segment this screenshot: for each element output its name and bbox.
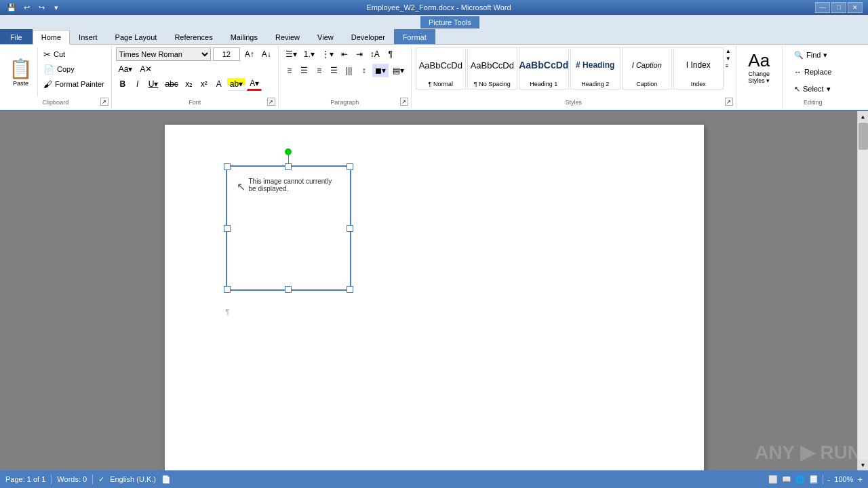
paragraph-dialog-button[interactable]: ↗ bbox=[400, 98, 408, 106]
image-container[interactable]: ↖ This image cannot currently be display… bbox=[226, 165, 351, 291]
style-scroll-more[interactable]: ≡ bbox=[725, 62, 732, 70]
font-dialog-button[interactable]: ↗ bbox=[267, 98, 275, 106]
style-heading2[interactable]: # Heading Heading 2 bbox=[570, 47, 620, 89]
style-no-spacing[interactable]: AaBbCcDd ¶ No Spacing bbox=[467, 47, 517, 89]
numbering-button[interactable]: 1.▾ bbox=[301, 47, 317, 61]
tab-page-layout[interactable]: Page Layout bbox=[106, 29, 166, 44]
grow-font-button[interactable]: A↑ bbox=[242, 47, 257, 61]
tab-format[interactable]: Format bbox=[394, 29, 435, 44]
scroll-down-button[interactable]: ▼ bbox=[858, 460, 869, 470]
style-normal[interactable]: AaBbCcDd ¶ Normal bbox=[416, 47, 466, 89]
subscript-button[interactable]: x₂ bbox=[182, 77, 196, 91]
word-count: Words: 0 bbox=[57, 475, 87, 483]
select-dropdown-icon: ▾ bbox=[827, 85, 831, 94]
style-scroll-down[interactable]: ▼ bbox=[725, 55, 732, 62]
font-size-input[interactable] bbox=[213, 47, 240, 61]
redo-icon[interactable]: ↪ bbox=[35, 2, 47, 13]
view-btn-print[interactable]: ⬜ bbox=[768, 475, 778, 484]
maximize-button[interactable]: □ bbox=[831, 2, 846, 13]
save-icon[interactable]: 💾 bbox=[5, 2, 18, 13]
undo-icon[interactable]: ↩ bbox=[20, 2, 33, 13]
superscript-button[interactable]: x² bbox=[197, 77, 211, 91]
handle-bottom-right[interactable] bbox=[347, 286, 353, 293]
shrink-font-button[interactable]: A↓ bbox=[259, 47, 274, 61]
quick-access-dropdown[interactable]: ▾ bbox=[50, 2, 62, 13]
handle-top-left[interactable] bbox=[224, 163, 231, 170]
scroll-up-button[interactable]: ▲ bbox=[858, 111, 869, 122]
style-caption[interactable]: I Caption Caption bbox=[622, 47, 672, 89]
tab-view[interactable]: View bbox=[309, 29, 342, 44]
change-case-button[interactable]: Aa▾ bbox=[116, 62, 136, 76]
multilevel-list-button[interactable]: ⋮▾ bbox=[319, 47, 336, 61]
clear-formatting-button[interactable]: A✕ bbox=[137, 62, 155, 76]
zoom-out-button[interactable]: - bbox=[827, 474, 830, 485]
decrease-indent-button[interactable]: ⇤ bbox=[338, 47, 351, 61]
format-painter-label: Format Painter bbox=[55, 80, 104, 88]
underline-button[interactable]: U▾ bbox=[146, 77, 161, 91]
paragraph-group: ☰▾ 1.▾ ⋮▾ ⇤ ⇥ ↕A ¶ ≡ ☰ ≡ ☰ ||| ↕ ◼▾ ▤▾ P… bbox=[279, 46, 412, 108]
replace-button[interactable]: ↔ Replace bbox=[791, 64, 834, 79]
scroll-thumb[interactable] bbox=[859, 123, 868, 150]
style-index[interactable]: I Index Index bbox=[673, 47, 724, 89]
bullets-button[interactable]: ☰▾ bbox=[283, 47, 300, 61]
zoom-in-button[interactable]: + bbox=[857, 474, 863, 485]
sort-button[interactable]: ↕A bbox=[368, 47, 382, 61]
styles-dialog-button[interactable]: ↗ bbox=[725, 98, 733, 106]
center-button[interactable]: ☰ bbox=[298, 64, 311, 77]
ribbon-tabs: File Home Insert Page Layout References … bbox=[0, 28, 868, 45]
copy-button[interactable]: 📄 Copy bbox=[41, 62, 107, 76]
image-box[interactable]: ↖ This image cannot currently be display… bbox=[226, 165, 351, 291]
italic-button[interactable]: I bbox=[131, 77, 144, 91]
show-hide-button[interactable]: ¶ bbox=[384, 47, 397, 61]
minimize-button[interactable]: — bbox=[815, 2, 830, 13]
align-left-button[interactable]: ≡ bbox=[283, 64, 296, 77]
cut-button[interactable]: ✂ Cut bbox=[41, 47, 107, 61]
change-styles-button[interactable]: Aa ChangeStyles ▾ bbox=[741, 47, 778, 98]
clipboard-dialog-button[interactable]: ↗ bbox=[100, 98, 108, 106]
status-left: Page: 1 of 1 Words: 0 ✓ English (U.K.) 📄 bbox=[5, 474, 171, 484]
line-spacing-button[interactable]: ↕ bbox=[357, 64, 371, 77]
align-right-button[interactable]: ≡ bbox=[313, 64, 326, 77]
close-button[interactable]: ✕ bbox=[848, 2, 863, 13]
view-btn-draft[interactable]: 📃 bbox=[809, 475, 818, 484]
style-scroll-up[interactable]: ▲ bbox=[725, 47, 732, 55]
tab-insert[interactable]: Insert bbox=[70, 29, 106, 44]
font-color-button[interactable]: A▾ bbox=[247, 77, 262, 91]
quick-access-toolbar: 💾 ↩ ↪ ▾ bbox=[5, 2, 62, 13]
handle-top-middle[interactable] bbox=[285, 163, 292, 170]
highlight-color-button[interactable]: ab▾ bbox=[227, 77, 245, 91]
format-painter-button[interactable]: 🖌 Format Painter bbox=[41, 77, 107, 91]
tab-file[interactable]: File bbox=[0, 29, 33, 44]
handle-middle-right[interactable] bbox=[347, 225, 353, 232]
tab-developer[interactable]: Developer bbox=[342, 29, 394, 44]
handle-middle-left[interactable] bbox=[224, 225, 231, 232]
find-label: Find bbox=[806, 51, 821, 59]
language: English (U.K.) bbox=[110, 475, 156, 483]
style-heading1[interactable]: AaBbCcDd Heading 1 bbox=[519, 47, 569, 89]
tab-references[interactable]: References bbox=[165, 29, 221, 44]
handle-top-right[interactable] bbox=[347, 163, 353, 170]
style-normal-label: ¶ Normal bbox=[429, 81, 453, 87]
increase-indent-button[interactable]: ⇥ bbox=[353, 47, 366, 61]
columns-button[interactable]: ||| bbox=[342, 64, 356, 77]
tab-mailings[interactable]: Mailings bbox=[222, 29, 267, 44]
text-effects-button[interactable]: A bbox=[212, 77, 226, 91]
strikethrough-button[interactable]: abc bbox=[162, 77, 180, 91]
rotation-handle[interactable] bbox=[285, 148, 292, 155]
justify-button[interactable]: ☰ bbox=[328, 64, 341, 77]
paste-button[interactable]: 📋 Paste bbox=[4, 47, 38, 96]
tab-home[interactable]: Home bbox=[33, 30, 70, 45]
find-button[interactable]: 🔍 Find ▾ bbox=[791, 47, 830, 62]
font-name-select[interactable]: Times New Roman bbox=[116, 47, 211, 61]
scrollbar-vertical: ▲ ▼ bbox=[857, 111, 868, 470]
select-button[interactable]: ↖ Select ▾ bbox=[791, 81, 833, 96]
handle-bottom-middle[interactable] bbox=[285, 286, 292, 293]
shading-button[interactable]: ◼▾ bbox=[372, 64, 389, 77]
handle-bottom-left[interactable] bbox=[224, 286, 231, 293]
view-btn-reading[interactable]: 📖 bbox=[782, 475, 791, 484]
scroll-track[interactable] bbox=[858, 122, 868, 460]
border-button[interactable]: ▤▾ bbox=[390, 64, 407, 77]
tab-review[interactable]: Review bbox=[267, 29, 309, 44]
bold-button[interactable]: B bbox=[116, 77, 130, 91]
view-btn-web[interactable]: 🌐 bbox=[795, 475, 805, 484]
